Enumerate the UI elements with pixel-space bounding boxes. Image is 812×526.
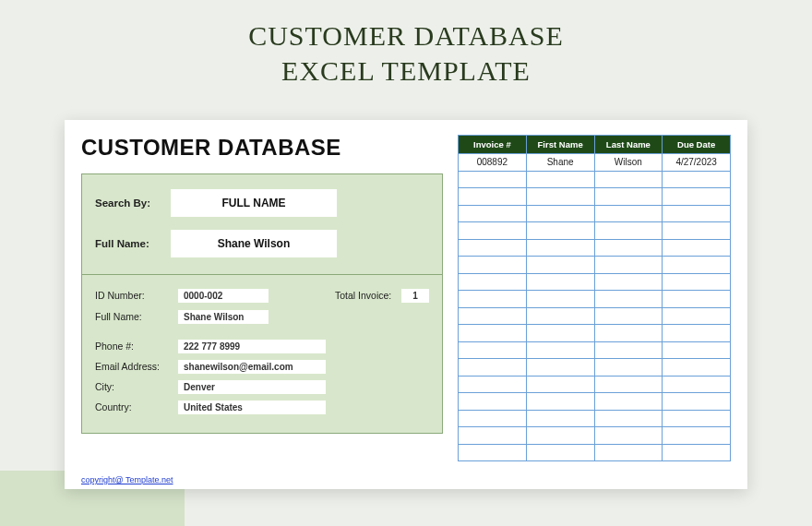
table-cell[interactable] (594, 171, 663, 188)
table-cell[interactable] (459, 393, 527, 411)
table-row[interactable] (459, 291, 731, 308)
col-first-name[interactable]: First Name (526, 136, 594, 154)
table-cell[interactable] (663, 325, 731, 342)
table-cell[interactable] (663, 444, 731, 461)
table-cell[interactable] (594, 273, 663, 291)
table-cell[interactable] (594, 239, 663, 257)
detail-full-name-value[interactable]: Shane Wilson (178, 310, 269, 324)
table-cell[interactable] (459, 325, 527, 342)
table-row[interactable] (459, 222, 731, 240)
table-cell[interactable] (526, 239, 594, 257)
table-cell[interactable] (663, 359, 731, 377)
table-row[interactable] (459, 205, 731, 222)
table-cell[interactable] (459, 291, 527, 308)
table-cell[interactable] (594, 257, 663, 274)
table-cell[interactable] (663, 239, 731, 257)
table-cell[interactable] (594, 427, 663, 445)
table-cell[interactable] (594, 325, 663, 342)
table-row[interactable] (459, 359, 731, 377)
table-cell[interactable] (459, 410, 527, 427)
table-row[interactable] (459, 376, 731, 393)
full-name-input[interactable]: Shane Wilson (171, 230, 337, 257)
table-cell[interactable] (526, 291, 594, 308)
table-cell[interactable] (459, 205, 527, 222)
table-cell[interactable] (526, 359, 594, 377)
table-cell[interactable] (459, 444, 527, 461)
table-row[interactable] (459, 273, 731, 291)
table-cell[interactable] (526, 427, 594, 445)
table-row[interactable] (459, 393, 731, 411)
table-cell[interactable] (594, 222, 663, 240)
table-cell[interactable] (459, 171, 527, 188)
table-cell[interactable]: 008892 (459, 154, 527, 172)
table-cell[interactable] (526, 410, 594, 427)
col-invoice[interactable]: Invoice # (459, 136, 527, 154)
table-cell[interactable] (663, 341, 731, 359)
email-value[interactable]: shanewilson@email.com (178, 360, 326, 374)
table-cell[interactable] (459, 239, 527, 257)
country-value[interactable]: United States (178, 400, 326, 414)
table-row[interactable] (459, 325, 731, 342)
table-cell[interactable] (459, 359, 527, 377)
city-value[interactable]: Denver (178, 380, 326, 394)
table-row[interactable] (459, 341, 731, 359)
table-cell[interactable] (526, 376, 594, 393)
table-cell[interactable] (594, 291, 663, 308)
table-row[interactable] (459, 171, 731, 188)
table-cell[interactable] (663, 273, 731, 291)
table-cell[interactable] (526, 171, 594, 188)
table-cell[interactable] (663, 307, 731, 325)
table-cell[interactable] (594, 444, 663, 461)
table-row[interactable] (459, 257, 731, 274)
table-cell[interactable] (459, 341, 527, 359)
table-cell[interactable] (459, 427, 527, 445)
table-cell[interactable]: Wilson (594, 154, 663, 172)
copyright-link[interactable]: copyright@ Template.net (81, 475, 173, 484)
table-cell[interactable] (459, 222, 527, 240)
table-row[interactable]: 008892ShaneWilson4/27/2023 (459, 154, 731, 172)
table-row[interactable] (459, 239, 731, 257)
table-row[interactable] (459, 444, 731, 461)
table-cell[interactable] (663, 393, 731, 411)
table-cell[interactable] (663, 205, 731, 222)
table-cell[interactable] (663, 291, 731, 308)
table-cell[interactable] (526, 222, 594, 240)
table-cell[interactable] (663, 222, 731, 240)
table-cell[interactable] (594, 341, 663, 359)
table-cell[interactable] (526, 307, 594, 325)
table-row[interactable] (459, 307, 731, 325)
table-cell[interactable] (663, 410, 731, 427)
table-cell[interactable]: Shane (526, 154, 594, 172)
table-cell[interactable] (459, 273, 527, 291)
total-invoice-value[interactable]: 1 (401, 289, 429, 303)
table-cell[interactable] (594, 307, 663, 325)
table-cell[interactable] (526, 257, 594, 274)
table-cell[interactable] (594, 376, 663, 393)
id-number-value[interactable]: 0000-002 (178, 289, 269, 303)
table-cell[interactable] (459, 376, 527, 393)
table-cell[interactable] (526, 444, 594, 461)
table-cell[interactable] (459, 307, 527, 325)
table-cell[interactable] (594, 410, 663, 427)
table-cell[interactable] (594, 188, 663, 206)
table-cell[interactable] (526, 393, 594, 411)
search-by-input[interactable]: FULL NAME (171, 189, 337, 217)
table-cell[interactable] (663, 257, 731, 274)
table-cell[interactable] (526, 273, 594, 291)
table-row[interactable] (459, 188, 731, 206)
table-row[interactable] (459, 410, 731, 427)
table-cell[interactable] (663, 171, 731, 188)
table-cell[interactable] (594, 393, 663, 411)
table-cell[interactable] (526, 325, 594, 342)
table-cell[interactable] (663, 188, 731, 206)
table-cell[interactable] (459, 257, 527, 274)
table-cell[interactable] (663, 427, 731, 445)
col-last-name[interactable]: Last Name (594, 136, 663, 154)
col-due-date[interactable]: Due Date (663, 136, 731, 154)
table-row[interactable] (459, 427, 731, 445)
table-cell[interactable]: 4/27/2023 (663, 154, 731, 172)
table-cell[interactable] (594, 359, 663, 377)
table-cell[interactable] (526, 188, 594, 206)
phone-value[interactable]: 222 777 8999 (178, 340, 326, 353)
table-cell[interactable] (459, 188, 527, 206)
